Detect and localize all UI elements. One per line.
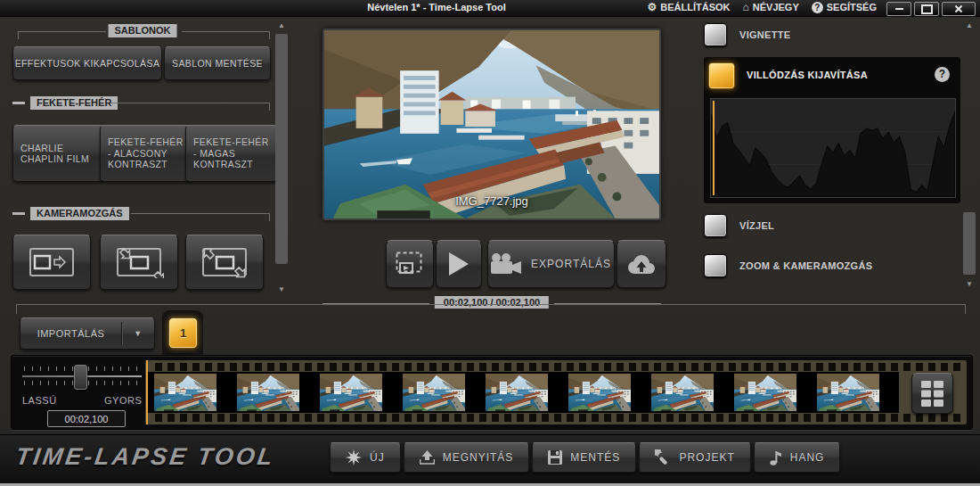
export-label: EXPORTÁLÁS [531, 258, 611, 270]
left-scrollbar-thumb[interactable] [275, 34, 288, 264]
scroll-down-icon[interactable]: ▼ [962, 280, 976, 289]
left-panel-scrollbar: ▲ ▼ [274, 21, 289, 294]
project-button[interactable]: PROJEKT [639, 442, 750, 473]
about-menu-item[interactable]: ⌂ NÉVJEGY [743, 1, 799, 13]
new-button[interactable]: ÚJ [330, 442, 401, 473]
open-label: MEGNYITÁS [443, 451, 514, 464]
film-frame-thumbnail[interactable] [486, 374, 548, 411]
preview-mode-button[interactable] [386, 240, 434, 288]
wrench-icon [655, 449, 671, 465]
right-panel-scrollbar: ▲ ▼ [962, 21, 976, 289]
open-icon [420, 450, 435, 465]
scroll-down-icon[interactable]: ▼ [274, 285, 289, 294]
camera-motion-frame-line [131, 213, 270, 221]
minimize-button[interactable] [886, 2, 911, 16]
play-icon [449, 252, 469, 276]
clip-duration: 00:02,100 [47, 410, 126, 427]
watermark-checkbox[interactable] [704, 214, 727, 237]
preset-zoom-in-button[interactable] [100, 235, 178, 290]
main-actions: ÚJ MEGNYITÁS MENTÉS [330, 442, 840, 473]
help-icon: ? [812, 2, 823, 13]
film-frame-thumbnail[interactable] [651, 374, 714, 411]
maximize-button[interactable] [914, 2, 939, 16]
collapse-black-white-icon[interactable] [12, 102, 25, 104]
flicker-checkbox[interactable] [708, 62, 735, 89]
cloud-upload-icon [625, 253, 657, 275]
about-label: NÉVJEGY [753, 2, 799, 12]
save-template-button[interactable]: SABLON MENTÉSE [164, 46, 271, 80]
zoom-motion-checkbox[interactable] [704, 254, 727, 277]
window-controls [886, 2, 976, 16]
speed-fast-label: GYORS [104, 395, 142, 406]
flicker-histogram-chart [711, 99, 955, 197]
film-frame-thumbnail[interactable] [734, 374, 796, 411]
sablonok-frame-right [182, 31, 270, 39]
film-frame-thumbnail[interactable] [568, 374, 631, 411]
scroll-up-icon[interactable]: ▲ [274, 21, 289, 30]
save-button[interactable]: MENTÉS [532, 442, 636, 473]
timeline-frame-line [16, 304, 966, 314]
upload-button[interactable] [617, 240, 666, 288]
speed-slow-label: LASSÚ [22, 395, 57, 406]
flicker-help-icon[interactable]: ? [935, 67, 950, 82]
pan-right-icon [27, 246, 77, 278]
effects-panel: VIGNETTE VILLÓDZÁS KIJAVÍTÁSA ? VÍZJEL Z… [704, 20, 960, 296]
preset-zoom-out-button[interactable] [185, 235, 264, 290]
zoom-motion-row: ZOOM & KAMERAMOZGÁS [704, 254, 872, 277]
preset-pan-right-button[interactable] [12, 235, 91, 290]
flicker-panel: VILLÓDZÁS KIJAVÍTÁSA ? [704, 57, 960, 203]
sprocket-holes-top [150, 363, 962, 371]
open-button[interactable]: MEGNYITÁS [404, 442, 530, 473]
right-scrollbar-thumb[interactable] [963, 212, 976, 275]
filmstrip-playhead[interactable] [146, 360, 148, 424]
speed-slider-thumb[interactable] [74, 365, 87, 390]
app-logo: TIME-LAPSE TOOL [14, 443, 277, 471]
project-label: PROJEKT [679, 451, 734, 464]
film-frame-thumbnail[interactable] [403, 374, 465, 411]
film-frame-thumbnail[interactable] [154, 374, 216, 411]
settings-menu-item[interactable]: ⚙ BEÁLLÍTÁSOK [648, 1, 731, 13]
zoom-out-icon [200, 246, 249, 278]
histogram-playhead[interactable] [713, 101, 715, 195]
title-menu: ⚙ BEÁLLÍTÁSOK ⌂ NÉVJEGY ? SEGÍTSÉG [648, 1, 877, 13]
flicker-label: VILLÓDZÁS KIJAVÍTÁSA [747, 70, 868, 80]
vignette-label: VIGNETTE [739, 29, 790, 40]
watermark-row: VÍZJEL [704, 214, 774, 237]
templates-section-header: SABLONOK [109, 24, 177, 37]
film-frame-thumbnail[interactable] [237, 374, 299, 411]
grid-view-button[interactable] [911, 373, 953, 414]
vignette-row: VIGNETTE [704, 23, 790, 46]
close-button[interactable] [942, 2, 976, 16]
sprocket-holes-bottom [150, 414, 962, 422]
play-button[interactable] [436, 240, 482, 288]
disable-effects-button[interactable]: EFFEKTUSOK KIKAPCSOLÁSA [12, 46, 162, 80]
preset-bw-high-contrast-button[interactable]: FEKETE-FEHÉR - MAGAS KONTRASZT [185, 125, 278, 182]
chevron-down-icon[interactable]: ▼ [122, 329, 154, 338]
black-white-section-header: FEKETE-FEHÉR [30, 96, 118, 110]
sound-button[interactable]: HANG [754, 442, 841, 473]
preset-charlie-chaplin-button[interactable]: CHARLIE CHAPLIN FILM [12, 125, 105, 182]
video-camera-icon [491, 253, 522, 275]
zoom-in-icon [114, 246, 164, 278]
preview-viewport[interactable]: IMG_7727.jpg [323, 29, 661, 220]
help-menu-item[interactable]: ? SEGÍTSÉG [812, 2, 877, 13]
film-frame-thumbnail[interactable] [817, 374, 879, 411]
film-frame-thumbnail[interactable] [320, 374, 382, 411]
import-button[interactable]: IMPORTÁLÁS ▼ [20, 317, 155, 350]
clip-tab-1[interactable]: 1 [168, 317, 198, 349]
preset-bw-low-contrast-button[interactable]: FEKETE-FEHÉR - ALACSONY KONTRASZT [100, 125, 192, 182]
scroll-up-icon[interactable]: ▲ [962, 21, 976, 30]
close-icon [954, 4, 963, 13]
vignette-checkbox[interactable] [704, 23, 727, 46]
new-burst-icon [346, 449, 362, 465]
settings-label: BEÁLLÍTÁSOK [660, 2, 730, 12]
collapse-camera-motion-icon[interactable] [12, 212, 25, 215]
grid-icon [921, 381, 943, 407]
watermark-label: VÍZJEL [739, 220, 774, 231]
floppy-save-icon [548, 450, 562, 465]
time-lapse-tool-window: Névtelen 1* - Time-Lapse Tool ⚙ BEÁLLÍTÁ… [0, 0, 980, 486]
title-bar: Névtelen 1* - Time-Lapse Tool ⚙ BEÁLLÍTÁ… [0, 0, 980, 17]
frame-preview-icon [396, 251, 424, 276]
export-button[interactable]: EXPORTÁLÁS [487, 240, 615, 288]
camera-motion-section-header: KAMERAMOZGÁS [30, 207, 129, 220]
